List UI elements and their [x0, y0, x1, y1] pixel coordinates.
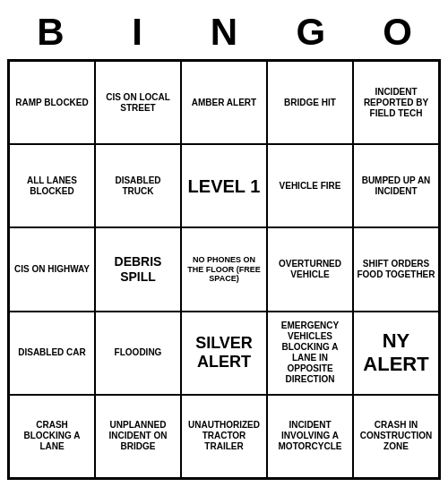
bingo-cell[interactable]: FLOODING — [95, 312, 181, 395]
bingo-title: BINGO — [7, 7, 441, 59]
bingo-cell[interactable]: CRASH BLOCKING A LANE — [9, 395, 95, 478]
bingo-cell[interactable]: BUMPED UP AN INCIDENT — [353, 144, 439, 227]
bingo-grid: RAMP BLOCKEDCIS ON LOCAL STREETAMBER ALE… — [7, 59, 441, 480]
bingo-cell[interactable]: EMERGENCY VEHICLES BLOCKING A LANE IN OP… — [267, 312, 353, 395]
bingo-cell[interactable]: UNAUTHORIZED TRACTOR TRAILER — [181, 395, 267, 478]
bingo-cell[interactable]: OVERTURNED VEHICLE — [267, 227, 353, 311]
bingo-cell[interactable]: CRASH IN CONSTRUCTION ZONE — [353, 395, 439, 478]
bingo-cell[interactable]: ALL LANES BLOCKED — [9, 144, 95, 227]
bingo-cell[interactable]: CIS ON HIGHWAY — [9, 227, 95, 311]
bingo-cell[interactable]: VEHICLE FIRE — [267, 144, 353, 227]
bingo-cell[interactable]: DEBRIS SPILL — [95, 227, 181, 311]
bingo-cell[interactable]: BRIDGE HIT — [267, 61, 353, 144]
bingo-cell[interactable]: DISABLED TRUCK — [95, 144, 181, 227]
bingo-letter: N — [185, 11, 263, 54]
bingo-letter: O — [358, 11, 436, 54]
bingo-cell[interactable]: SHIFT ORDERS FOOD TOGETHER — [353, 227, 439, 311]
bingo-cell[interactable]: INCIDENT INVOLVING A MOTORCYCLE — [267, 395, 353, 478]
bingo-cell[interactable]: SILVER ALERT — [181, 312, 267, 395]
bingo-cell[interactable]: UNPLANNED INCIDENT ON BRIDGE — [95, 395, 181, 478]
bingo-cell[interactable]: RAMP BLOCKED — [9, 61, 95, 144]
bingo-cell[interactable]: CIS ON LOCAL STREET — [95, 61, 181, 144]
bingo-cell[interactable]: INCIDENT REPORTED BY FIELD TECH — [353, 61, 439, 144]
bingo-cell[interactable]: LEVEL 1 — [181, 144, 267, 227]
bingo-cell[interactable]: AMBER ALERT — [181, 61, 267, 144]
bingo-cell[interactable]: NY ALERT — [353, 312, 439, 395]
bingo-letter: G — [271, 11, 349, 54]
bingo-letter: B — [12, 11, 90, 54]
bingo-cell[interactable]: DISABLED CAR — [9, 312, 95, 395]
bingo-cell[interactable]: NO PHONES ON THE FLOOR (FREE SPACE) — [181, 227, 267, 311]
bingo-letter: I — [99, 11, 177, 54]
